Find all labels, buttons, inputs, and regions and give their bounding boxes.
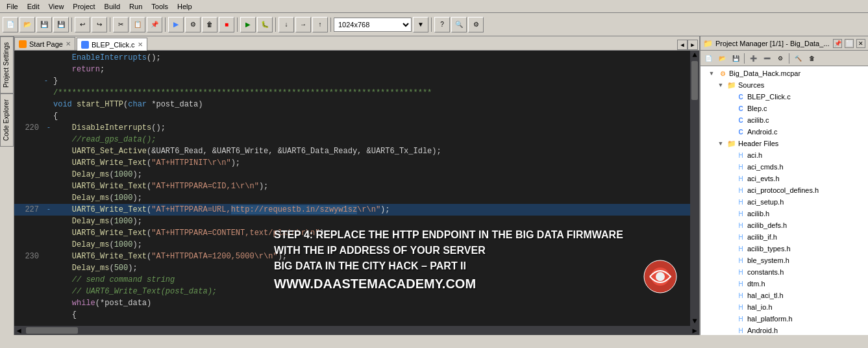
- blep-c-file-icon: C: [736, 104, 746, 113]
- step-into-button[interactable]: ↓: [279, 17, 294, 32]
- tree-hal-platform-h[interactable]: H hal_platform.h: [701, 313, 868, 325]
- step-out-button[interactable]: ↑: [312, 17, 328, 32]
- code-editor: EnableInterrupts(); return; - } /*******…: [14, 51, 699, 326]
- code-line-comment3: // UART6_Write_Text(post_data);: [14, 286, 690, 297]
- menu-project[interactable]: Project: [69, 1, 99, 12]
- menu-edit[interactable]: Edit: [23, 1, 43, 12]
- menu-build[interactable]: Build: [101, 1, 124, 12]
- tree-constants-h[interactable]: H constants.h: [701, 266, 868, 278]
- tree-dtm-h-label: dtm.h: [747, 280, 765, 288]
- tree-android-c-label: Android.c: [747, 128, 777, 136]
- step-over-button[interactable]: →: [295, 17, 311, 32]
- copy-button[interactable]: 📋: [130, 17, 145, 32]
- hal-platform-h-icon: H: [736, 314, 746, 323]
- tree-acilib-types-h[interactable]: H acilib_types.h: [701, 243, 868, 255]
- code-line-230: 230 UART6_Write_Text("AT+HTTPDATA=1200,5…: [14, 251, 690, 262]
- pm-remove-btn[interactable]: ➖: [760, 52, 773, 65]
- tree-header-files-folder[interactable]: ▼ 📁 Header Files: [701, 138, 868, 149]
- root-toggle[interactable]: ▼: [707, 70, 716, 77]
- search-button[interactable]: 🔍: [451, 17, 467, 32]
- pm-new-btn[interactable]: 📄: [702, 52, 715, 65]
- stop-button[interactable]: ■: [219, 17, 234, 32]
- code-line-227: 227 - UART6_Write_Text("AT+HTTPPARA=URL,…: [14, 204, 690, 216]
- tree-sources-folder[interactable]: ▼ 📁 Sources: [701, 79, 868, 91]
- tree-aci-h[interactable]: H aci.h: [701, 149, 868, 161]
- pm-options-btn[interactable]: ⚙: [774, 52, 787, 65]
- redo-button[interactable]: ↪: [92, 17, 107, 32]
- tree-aci-cmds-h[interactable]: H aci_cmds.h: [701, 161, 868, 173]
- acilib-types-h-icon: H: [736, 244, 746, 253]
- menu-file[interactable]: File: [3, 1, 22, 12]
- pm-save-btn[interactable]: 💾: [729, 52, 742, 65]
- undo-button[interactable]: ↩: [75, 17, 90, 32]
- tree-acilib-h[interactable]: H acilib.h: [701, 208, 868, 219]
- new-button[interactable]: 📄: [3, 17, 18, 32]
- tab-blep-click[interactable]: BLEP_Click.c ✕: [77, 38, 147, 51]
- hscrollbar-left-btn[interactable]: ◀: [14, 326, 23, 335]
- sources-toggle[interactable]: ▼: [716, 82, 725, 88]
- header-toggle[interactable]: ▼: [716, 140, 725, 147]
- tree-ble-system-h[interactable]: H ble_system.h: [701, 255, 868, 266]
- scrollbar-track[interactable]: [690, 60, 699, 317]
- tab-scroll-left[interactable]: ◀: [677, 40, 688, 50]
- tree-blep-click[interactable]: C BLEP_Click.c: [701, 91, 868, 103]
- help-button[interactable]: ?: [434, 17, 450, 32]
- debug-button[interactable]: 🐛: [257, 17, 273, 32]
- tab-start-page[interactable]: Start Page ✕: [14, 37, 75, 50]
- tree-acilib-c[interactable]: C acilib.c: [701, 114, 868, 126]
- paste-button[interactable]: 📌: [147, 17, 162, 32]
- res-dropdown-button[interactable]: ▼: [413, 17, 428, 32]
- menu-view[interactable]: View: [45, 1, 68, 12]
- hscrollbar-right-btn[interactable]: ▶: [690, 326, 699, 335]
- tree-root[interactable]: ▼ ⚙ Big_Data_Hack.mcpar: [701, 68, 868, 79]
- save-all-button[interactable]: 💾: [53, 17, 69, 32]
- tree-android-h[interactable]: H Android.h: [701, 325, 868, 335]
- panel-restore-btn[interactable]: ⬜: [845, 39, 854, 48]
- scrollbar-up-btn[interactable]: ▲: [690, 51, 699, 60]
- horizontal-scrollbar[interactable]: ◀ ▶: [14, 326, 699, 335]
- scrollbar-down-btn[interactable]: ▼: [690, 317, 699, 326]
- menu-run[interactable]: Run: [125, 1, 146, 12]
- rebuild-button[interactable]: ⚙: [185, 17, 201, 32]
- sidebar-tab-code-explorer[interactable]: Code Explorer: [0, 93, 14, 147]
- hscrollbar-thumb[interactable]: [26, 327, 78, 334]
- sidebar-tab-project-settings[interactable]: Project Settings: [0, 36, 14, 93]
- settings-button[interactable]: ⚙: [468, 17, 484, 32]
- code-area[interactable]: EnableInterrupts(); return; - } /*******…: [14, 51, 690, 326]
- pm-open-btn[interactable]: 📂: [715, 52, 728, 65]
- open-button[interactable]: 📂: [19, 17, 35, 32]
- menu-bar: File Edit View Project Build Run Tools H…: [0, 0, 868, 13]
- scrollbar-thumb[interactable]: [691, 61, 698, 100]
- menu-tools[interactable]: Tools: [147, 1, 172, 12]
- tree-acilib-if-h[interactable]: H acilib_if.h: [701, 231, 868, 243]
- pm-build-btn[interactable]: 🔨: [791, 52, 804, 65]
- tab-start-page-close[interactable]: ✕: [66, 40, 71, 47]
- tab-blep-click-close[interactable]: ✕: [138, 41, 143, 48]
- tree-hal-aci-tl-h-label: hal_aci_tl.h: [747, 292, 784, 299]
- vertical-scrollbar[interactable]: ▲ ▼: [690, 51, 699, 326]
- tree-blep-c[interactable]: C Blep.c: [701, 103, 868, 114]
- tree-aci-protocol-h[interactable]: H aci_protocol_defines.h: [701, 184, 868, 196]
- tree-aci-evts-h[interactable]: H aci_evts.h: [701, 173, 868, 184]
- save-button[interactable]: 💾: [36, 17, 52, 32]
- hscrollbar-track[interactable]: [23, 326, 690, 335]
- tab-scroll-right[interactable]: ▶: [688, 40, 698, 50]
- resolution-select[interactable]: 1024x768: [334, 18, 412, 32]
- tree-acilib-defs-h[interactable]: H acilib_defs.h: [701, 219, 868, 231]
- panel-close-btn[interactable]: ✕: [856, 39, 865, 48]
- cut-button[interactable]: ✂: [113, 17, 129, 32]
- tree-dtm-h[interactable]: H dtm.h: [701, 278, 868, 290]
- panel-pin-btn[interactable]: 📌: [833, 39, 842, 48]
- tree-hal-io-h[interactable]: H hal_io.h: [701, 301, 868, 313]
- tree-acilib-if-h-label: acilib_if.h: [747, 233, 777, 241]
- tree-aci-setup-h[interactable]: H aci_setup.h: [701, 196, 868, 208]
- pm-add-btn[interactable]: ➕: [747, 52, 760, 65]
- run-button[interactable]: ▶: [240, 17, 256, 32]
- pm-clean-btn[interactable]: 🗑: [805, 52, 818, 65]
- menu-help[interactable]: Help: [173, 1, 196, 12]
- tree-hal-aci-tl-h[interactable]: H hal_aci_tl.h: [701, 290, 868, 301]
- code-line-delay1: Delay_ms(1000);: [14, 169, 690, 180]
- tree-android-c[interactable]: C Android.c: [701, 126, 868, 138]
- clean-button[interactable]: 🗑: [202, 17, 217, 32]
- build-button[interactable]: ▶: [168, 17, 184, 32]
